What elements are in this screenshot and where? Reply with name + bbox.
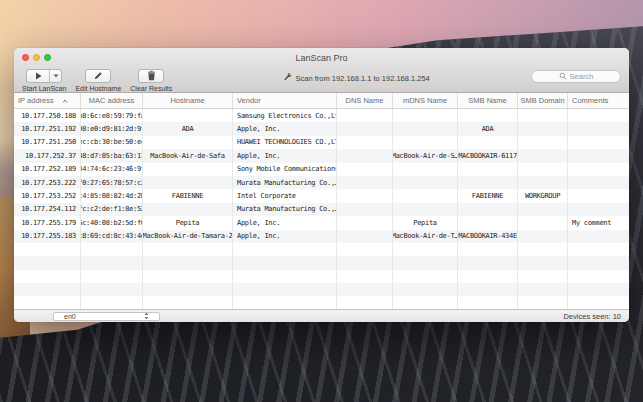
table-cell[interactable] (568, 270, 629, 283)
table-cell[interactable]: MacBook-Air-de-T… (393, 230, 458, 243)
table-cell[interactable] (337, 296, 393, 309)
table-row[interactable]: 10.177.252.18944:74:6c:23:46:9fSony Mobi… (14, 163, 629, 176)
column-header-smb-domain[interactable]: SMB Domain (518, 93, 568, 108)
table-cell[interactable]: ec:cb:30:be:50:ec (81, 136, 143, 149)
table-row[interactable]: 10.177.253.222f0:27:65:78:57:c2Murata Ma… (14, 176, 629, 189)
table-cell[interactable] (393, 176, 458, 189)
column-header-ip-address[interactable]: IP address (14, 93, 81, 108)
table-cell[interactable] (143, 256, 233, 269)
table-cell[interactable]: 10.177.251.192 (14, 122, 81, 135)
table-cell[interactable] (143, 296, 233, 309)
table-cell[interactable] (143, 136, 233, 149)
table-cell[interactable] (518, 122, 568, 135)
table-cell[interactable] (143, 243, 233, 256)
table-cell[interactable] (393, 122, 458, 135)
table-cell[interactable] (337, 270, 393, 283)
table-cell[interactable] (568, 176, 629, 189)
table-cell[interactable] (14, 243, 81, 256)
table-cell[interactable] (568, 243, 629, 256)
table-cell[interactable] (233, 243, 337, 256)
table-cell[interactable] (337, 109, 393, 122)
table-row-empty[interactable] (14, 256, 629, 269)
table-cell[interactable] (143, 270, 233, 283)
table-cell[interactable]: ADA (458, 122, 518, 135)
table-cell[interactable] (393, 163, 458, 176)
table-cell[interactable] (81, 296, 143, 309)
table-cell[interactable]: MACBOOKAIR-434E (458, 230, 518, 243)
table-cell[interactable]: 10.177.250.188 (14, 109, 81, 122)
column-header-dns-name[interactable]: DNS Name (337, 93, 393, 108)
table-cell[interactable] (518, 283, 568, 296)
table-cell[interactable] (81, 243, 143, 256)
table-cell[interactable]: Apple, Inc. (233, 230, 337, 243)
table-row-empty[interactable] (14, 243, 629, 256)
table-cell[interactable]: FABIENNE (143, 189, 233, 202)
table-cell[interactable]: 6c:40:08:b2:5d:f0 (81, 216, 143, 229)
table-row[interactable]: 10.177.253.252c4:85:08:82:4d:2bFABIENNEI… (14, 189, 629, 202)
table-cell[interactable]: b8:6c:e8:59:79:fa (81, 109, 143, 122)
table-cell[interactable] (458, 176, 518, 189)
table-cell[interactable] (337, 136, 393, 149)
table-cell[interactable] (143, 109, 233, 122)
column-header-mdns-name[interactable]: mDNS Name (393, 93, 458, 108)
table-cell[interactable]: f0:27:65:78:57:c2 (81, 176, 143, 189)
table-cell[interactable] (518, 136, 568, 149)
table-cell[interactable]: 10.177.252.37 (14, 149, 81, 162)
table-cell[interactable] (14, 270, 81, 283)
column-header-vendor[interactable]: Vendor (233, 93, 337, 108)
table-cell[interactable] (337, 230, 393, 243)
table-cell[interactable] (518, 243, 568, 256)
table-cell[interactable] (518, 216, 568, 229)
search-input[interactable]: Search (531, 70, 621, 83)
table-cell[interactable] (337, 176, 393, 189)
table-cell[interactable] (337, 149, 393, 162)
table-cell[interactable]: 10.177.251.250 (14, 136, 81, 149)
minimize-button[interactable] (33, 54, 40, 61)
table-cell[interactable] (518, 256, 568, 269)
table-row[interactable]: 10.177.255.1796c:40:08:b2:5d:f0PepitaApp… (14, 216, 629, 229)
table-row-empty[interactable] (14, 283, 629, 296)
table-cell[interactable] (393, 283, 458, 296)
table-cell[interactable] (337, 256, 393, 269)
table-cell[interactable] (81, 283, 143, 296)
table-cell[interactable] (337, 216, 393, 229)
table-cell[interactable]: FABIENNE (458, 189, 518, 202)
table-cell[interactable] (518, 203, 568, 216)
table-cell[interactable] (393, 203, 458, 216)
table-cell[interactable] (393, 136, 458, 149)
table-cell[interactable]: My comment (568, 216, 629, 229)
table-cell[interactable] (518, 270, 568, 283)
table-cell[interactable] (143, 163, 233, 176)
table-cell[interactable]: fc:c2:de:f1:8e:52 (81, 203, 143, 216)
table-cell[interactable] (393, 270, 458, 283)
table-cell[interactable] (14, 256, 81, 269)
table-cell[interactable] (143, 283, 233, 296)
table-cell[interactable] (568, 189, 629, 202)
table-cell[interactable] (233, 270, 337, 283)
table-cell[interactable] (393, 256, 458, 269)
column-header-hostname[interactable]: Hostname (143, 93, 233, 108)
table-row-empty[interactable] (14, 270, 629, 283)
table-cell[interactable]: Apple, Inc. (233, 149, 337, 162)
table-cell[interactable]: c4:85:08:82:4d:2b (81, 189, 143, 202)
chevron-down-icon[interactable] (49, 70, 61, 82)
titlebar[interactable]: LanScan Pro (14, 48, 629, 67)
table-cell[interactable] (568, 149, 629, 162)
table-cell[interactable] (393, 296, 458, 309)
table-cell[interactable] (458, 296, 518, 309)
table-cell[interactable] (568, 296, 629, 309)
table-cell[interactable]: Murata Manufacturing Co.,… (233, 176, 337, 189)
table-cell[interactable]: Apple, Inc. (233, 216, 337, 229)
table-cell[interactable]: MACBOOKAIR-6117 (458, 149, 518, 162)
table-cell[interactable] (568, 203, 629, 216)
table-cell[interactable]: Apple, Inc. (233, 122, 337, 135)
table-cell[interactable] (568, 283, 629, 296)
table-cell[interactable]: 44:74:6c:23:46:9f (81, 163, 143, 176)
table-cell[interactable] (568, 122, 629, 135)
table-cell[interactable]: 10.177.252.189 (14, 163, 81, 176)
table-cell[interactable]: MacBook-Air-de-S… (393, 149, 458, 162)
table-cell[interactable] (458, 109, 518, 122)
table-cell[interactable] (337, 163, 393, 176)
table-cell[interactable]: MacBook-Air-de-Tamara-2 (143, 230, 233, 243)
table-row[interactable]: 10.177.251.250ec:cb:30:be:50:ecHUAWEI TE… (14, 136, 629, 149)
